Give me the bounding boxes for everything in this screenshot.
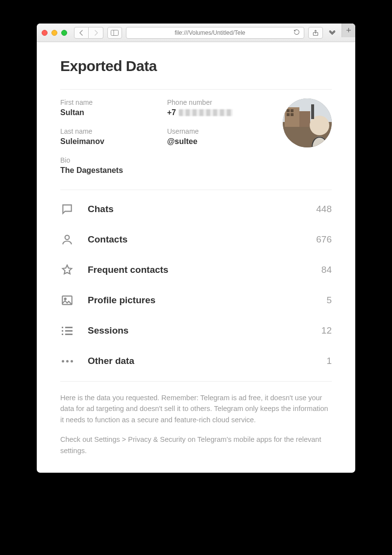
section-label: Frequent contacts <box>88 265 308 275</box>
phone-prefix: +7 <box>167 108 176 117</box>
svg-point-13 <box>65 235 70 240</box>
more-icon <box>60 354 74 368</box>
last-name-field: Last name Suleimanov <box>60 127 162 146</box>
section-label: Profile pictures <box>88 295 313 306</box>
phone-field: Phone number +7 <box>167 98 269 117</box>
section-count: 12 <box>321 325 332 336</box>
svg-rect-0 <box>111 30 119 35</box>
new-tab-button[interactable]: + <box>342 24 355 37</box>
titlebar: file:///Volumes/Untitled/Tele + <box>37 24 355 42</box>
bio-field: Bio The Dagestanets <box>60 156 332 175</box>
section-count: 84 <box>321 265 332 275</box>
svg-rect-6 <box>287 109 290 112</box>
profile-section: First name Sultan Phone number +7 <box>60 98 332 175</box>
sidebar-toggle-button[interactable] <box>107 27 122 39</box>
section-count: 448 <box>316 204 332 215</box>
first-name-field: First name Sultan <box>60 98 162 117</box>
username-value: @sultee <box>167 137 269 146</box>
footer-text: Here is the data you requested. Remember… <box>60 392 332 456</box>
sessions-icon <box>60 324 74 338</box>
page-title: Exported Data <box>60 58 332 74</box>
last-name-label: Last name <box>60 127 162 135</box>
section-label: Contacts <box>88 234 302 245</box>
forward-button[interactable] <box>89 27 103 39</box>
username-label: Username <box>167 127 269 135</box>
section-profile-pictures[interactable]: Profile pictures 5 <box>60 285 332 315</box>
svg-point-15 <box>65 298 66 300</box>
phone-label: Phone number <box>167 98 269 106</box>
section-label: Chats <box>88 204 302 215</box>
section-contacts[interactable]: Contacts 676 <box>60 224 332 255</box>
section-chats[interactable]: Chats 448 <box>60 194 332 224</box>
close-window-button[interactable] <box>42 30 48 36</box>
section-label: Other data <box>88 356 313 366</box>
sections-list: Chats 448 Contacts 676 Frequent contacts… <box>60 194 332 376</box>
section-count: 5 <box>326 295 332 306</box>
section-label: Sessions <box>88 325 308 336</box>
chat-icon <box>60 202 74 216</box>
window-controls <box>42 30 67 36</box>
star-icon <box>60 263 74 277</box>
first-name-label: First name <box>60 98 162 106</box>
address-bar[interactable]: file:///Volumes/Untitled/Tele <box>126 27 304 39</box>
last-name-value: Suleimanov <box>60 137 162 146</box>
person-icon <box>60 233 74 246</box>
section-other-data[interactable]: Other data 1 <box>60 346 332 376</box>
section-count: 676 <box>316 234 332 245</box>
divider <box>60 381 332 382</box>
footer-p2: Check out Settings > Privacy & Security … <box>60 434 332 456</box>
zoom-window-button[interactable] <box>61 30 67 36</box>
svg-rect-10 <box>299 111 310 127</box>
minimize-window-button[interactable] <box>51 30 57 36</box>
nav-buttons <box>74 27 103 39</box>
first-name-value: Sultan <box>60 108 162 117</box>
reload-icon[interactable] <box>294 29 300 37</box>
svg-rect-9 <box>291 113 294 116</box>
overflow-button[interactable] <box>327 27 338 39</box>
footer-p1: Here is the data you requested. Remember… <box>60 392 332 425</box>
page-content: Exported Data First name Sultan Phone nu… <box>37 42 355 473</box>
image-icon <box>60 293 74 307</box>
divider <box>60 89 332 90</box>
share-button[interactable] <box>308 27 323 39</box>
bio-label: Bio <box>60 156 332 164</box>
phone-redacted <box>179 109 233 116</box>
browser-window: file:///Volumes/Untitled/Tele + Exported… <box>37 24 355 473</box>
address-text: file:///Volumes/Untitled/Tele <box>130 29 290 36</box>
section-sessions[interactable]: Sessions 12 <box>60 315 332 346</box>
svg-rect-7 <box>291 109 294 112</box>
section-frequent-contacts[interactable]: Frequent contacts 84 <box>60 255 332 285</box>
divider <box>60 190 332 190</box>
back-button[interactable] <box>74 27 89 39</box>
username-field: Username @sultee <box>167 127 269 146</box>
svg-rect-8 <box>287 113 290 116</box>
avatar <box>283 98 332 147</box>
section-count: 1 <box>326 356 332 366</box>
bio-value: The Dagestanets <box>60 166 332 175</box>
svg-rect-12 <box>311 104 314 119</box>
